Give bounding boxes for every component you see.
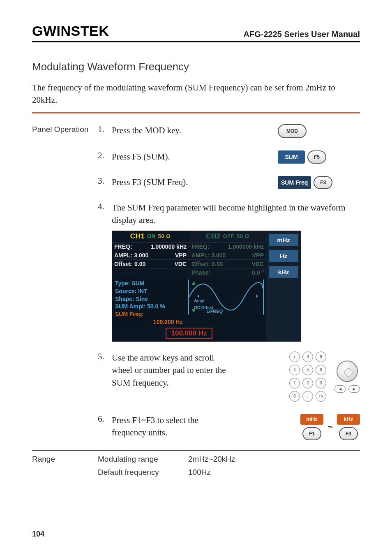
unit: VPP bbox=[252, 252, 264, 259]
wave-freq-label: 1/FREQ bbox=[206, 309, 223, 314]
step-number: 4. bbox=[98, 201, 112, 212]
softkey-hz[interactable]: Hz bbox=[269, 250, 298, 262]
key-3[interactable]: 3 bbox=[316, 378, 326, 388]
ch2-freq: FREQ: 1.000000 kHz bbox=[189, 242, 266, 251]
svg-marker-4 bbox=[256, 294, 258, 298]
step-text: Press F5 (SUM). bbox=[112, 150, 278, 163]
f3-key[interactable]: F3 bbox=[339, 427, 358, 440]
key-2[interactable]: 2 bbox=[302, 378, 313, 388]
label: FREQ: bbox=[114, 243, 132, 250]
ch2-ampl: AMPL: 3.000 VPP bbox=[189, 251, 266, 259]
softkey-sum-freq[interactable]: SUM Freq bbox=[278, 176, 311, 189]
f3-key[interactable]: F3 bbox=[314, 176, 332, 189]
label: Offset: bbox=[191, 261, 210, 267]
key-4[interactable]: 4 bbox=[289, 365, 300, 375]
value: 1.000000 kHz bbox=[228, 243, 264, 250]
range-heading: Range bbox=[32, 455, 98, 481]
ch2-tab: CH2 OFF 50 Ω bbox=[189, 231, 266, 242]
page-number: 104 bbox=[32, 530, 44, 539]
step-text: Press F1~F3 to select the frequency unit… bbox=[112, 414, 223, 439]
ch1-state: ON bbox=[147, 233, 156, 239]
mod-source: Source: INT bbox=[115, 287, 182, 295]
value: 3.000 bbox=[134, 252, 148, 259]
key-0[interactable]: 0 bbox=[289, 391, 300, 402]
scroll-wheel[interactable] bbox=[337, 361, 358, 382]
brand-logo: GWINSTEK bbox=[32, 23, 109, 39]
modulation-params: Type: SUM Source: INT Shape: Sine SUM Am… bbox=[112, 277, 186, 326]
label: Offset: bbox=[114, 261, 133, 267]
step-text: The SUM Freq parameter will become highl… bbox=[112, 201, 360, 227]
ch1-ampl: AMPL: 3.000 VPP bbox=[112, 251, 189, 259]
unit: VDC bbox=[174, 261, 187, 267]
ch2-impedance: 50 Ω bbox=[237, 233, 249, 239]
softkey-sidebar: mHz Hz kHz bbox=[266, 231, 301, 342]
tilde-icon: ~ bbox=[326, 422, 334, 432]
key-sign[interactable]: +/- bbox=[316, 391, 326, 402]
key-9[interactable]: 9 bbox=[316, 352, 326, 362]
section-intro: The frequency of the modulating waveform… bbox=[32, 81, 360, 106]
waveform-preview: Ampl DC Offset 1/FREQ bbox=[186, 277, 266, 326]
page-header: GWINSTEK AFG-2225 Series User Manual bbox=[32, 23, 360, 42]
ch1-impedance: 50 Ω bbox=[158, 233, 171, 239]
label: Phase: bbox=[191, 269, 210, 276]
ch1-freq: FREQ: 1.000000 kHz bbox=[112, 242, 189, 251]
value: 0.00 bbox=[212, 261, 223, 267]
key-1[interactable]: 1 bbox=[289, 378, 300, 388]
f1-key[interactable]: F1 bbox=[302, 427, 321, 440]
step-number: 2. bbox=[98, 150, 112, 161]
step-text: Press F3 (SUM Freq). bbox=[112, 176, 278, 188]
step-text: Press the MOD key. bbox=[112, 124, 278, 136]
accent-rule bbox=[32, 112, 360, 113]
softkey-mhz[interactable]: mHz bbox=[300, 414, 323, 425]
f5-key[interactable]: F5 bbox=[307, 150, 326, 164]
default-frequency-value: 100Hz bbox=[188, 468, 360, 477]
ch2-offset: Offset: 0.00 VDC bbox=[189, 259, 266, 268]
label: AMPL: bbox=[114, 252, 132, 259]
modulating-range-label: Modulating range bbox=[98, 455, 188, 464]
mod-shape: Shape: Sine bbox=[115, 295, 182, 303]
value: 1.000000 kHz bbox=[151, 243, 187, 250]
unit: VDC bbox=[251, 261, 264, 267]
ch2-state: OFF bbox=[223, 233, 235, 239]
ch2-name: CH2 bbox=[206, 232, 221, 240]
svg-marker-3 bbox=[198, 294, 199, 298]
softkey-khz[interactable]: kHz bbox=[337, 414, 360, 425]
ch1-blank bbox=[112, 268, 189, 277]
label: AMPL: bbox=[191, 252, 210, 259]
step-number: 1. bbox=[98, 124, 112, 134]
mod-key[interactable]: MOD bbox=[278, 124, 307, 138]
key-8[interactable]: 8 bbox=[302, 352, 313, 362]
number-pad[interactable]: 7 8 9 4 5 6 1 2 3 0 . +/- bbox=[289, 352, 326, 402]
ch1-name: CH1 bbox=[130, 232, 145, 240]
ch1-offset: Offset: 0.00 VDC bbox=[112, 259, 189, 268]
svg-marker-1 bbox=[192, 281, 196, 285]
device-screen: CH1 ON 50 Ω CH2 OFF 50 Ω FREQ: bbox=[112, 231, 301, 342]
ch1-tab: CH1 ON 50 Ω bbox=[112, 231, 189, 242]
panel-operation-label: Panel Operation bbox=[32, 124, 98, 134]
step-number: 5. bbox=[98, 352, 112, 362]
value: 0.0 ° bbox=[252, 269, 264, 276]
divider bbox=[32, 450, 360, 451]
key-5[interactable]: 5 bbox=[302, 365, 313, 375]
modulating-range-value: 2mHz~20kHz bbox=[188, 455, 360, 464]
arrow-left-button[interactable]: ◄ bbox=[334, 385, 346, 393]
mod-sum-ampl: SUM Ampl: 50.0 % bbox=[115, 303, 182, 310]
step-text: Use the arrow keys and scroll wheel or n… bbox=[112, 352, 235, 389]
mod-sum-freq-label: SUM Freq: bbox=[115, 310, 182, 318]
softkey-mhz[interactable]: mHz bbox=[269, 234, 298, 246]
softkey-sum[interactable]: SUM bbox=[278, 150, 305, 164]
arrow-right-button[interactable]: ► bbox=[348, 385, 360, 393]
wave-ampl-label: Ampl bbox=[194, 298, 204, 303]
key-dot[interactable]: . bbox=[302, 391, 313, 402]
label: FREQ: bbox=[191, 243, 210, 250]
section-title: Modulating Waveform Frequency bbox=[32, 60, 360, 73]
step-number: 6. bbox=[98, 414, 112, 424]
ch2-phase: Phase: 0.0 ° bbox=[189, 268, 266, 277]
key-6[interactable]: 6 bbox=[316, 365, 326, 375]
mod-sum-freq-value: 100.000 Hz bbox=[115, 318, 182, 326]
doc-title: AFG-2225 Series User Manual bbox=[244, 30, 360, 39]
value: 3.000 bbox=[211, 252, 226, 259]
softkey-khz[interactable]: kHz bbox=[269, 266, 298, 278]
mod-type: Type: SUM bbox=[115, 280, 182, 287]
key-7[interactable]: 7 bbox=[289, 352, 300, 362]
